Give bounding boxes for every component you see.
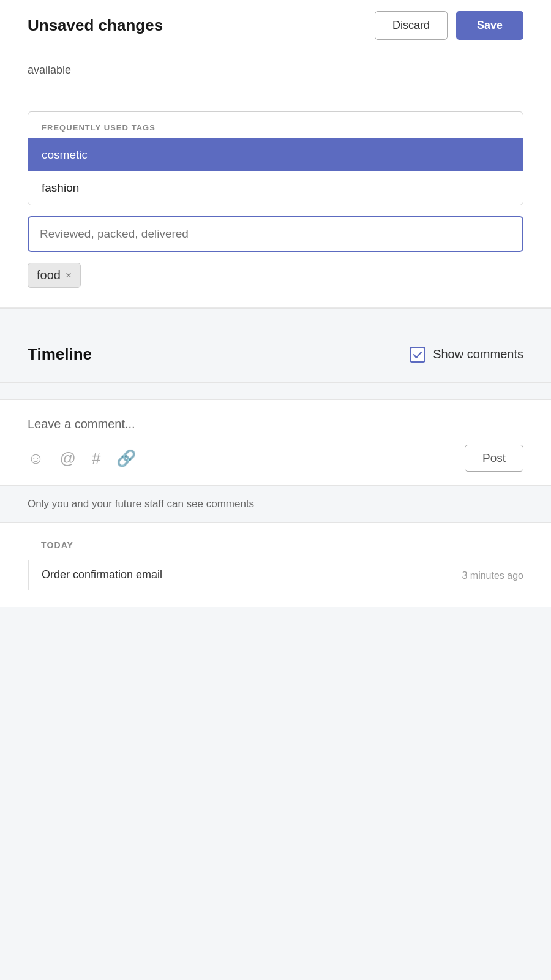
comment-input[interactable]: Leave a comment... <box>28 417 523 431</box>
top-bar: Unsaved changes Discard Save <box>0 0 551 51</box>
emoji-icon[interactable]: ☺ <box>28 449 44 468</box>
tag-option-cosmetic[interactable]: cosmetic <box>28 138 523 172</box>
show-comments-label: Show comments <box>433 347 523 361</box>
tags-section: FREQUENTLY USED TAGS cosmetic fashion fo… <box>0 94 551 308</box>
post-button[interactable]: Post <box>465 445 523 472</box>
section-divider <box>0 308 551 325</box>
timeline-content: Order confirmation email 3 minutes ago <box>29 560 523 590</box>
tag-input-wrapper[interactable] <box>28 216 523 252</box>
save-button[interactable]: Save <box>456 11 523 40</box>
mention-icon[interactable]: @ <box>60 449 76 468</box>
show-comments-checkbox[interactable] <box>410 347 425 363</box>
staff-notice-text: Only you and your future staff can see c… <box>28 498 254 510</box>
staff-notice: Only you and your future staff can see c… <box>0 486 551 523</box>
comment-icons: ☺ @ # 🔗 <box>28 449 136 468</box>
timeline-header: Timeline Show comments <box>28 345 523 364</box>
timeline-title: Timeline <box>28 345 92 364</box>
dropdown-header: FREQUENTLY USED TAGS <box>28 112 523 138</box>
table-row: Order confirmation email 3 minutes ago <box>42 560 523 590</box>
hashtag-icon[interactable]: # <box>92 449 100 468</box>
comment-section: Leave a comment... ☺ @ # 🔗 Post <box>0 400 551 486</box>
discard-button[interactable]: Discard <box>375 11 448 40</box>
comment-toolbar: ☺ @ # 🔗 Post <box>28 445 523 472</box>
entry-time: 3 minutes ago <box>462 570 523 581</box>
tag-input[interactable] <box>40 227 511 241</box>
tag-chip-label: food <box>37 268 61 282</box>
timeline-entries: TODAY Order confirmation email 3 minutes… <box>0 523 551 607</box>
page-title: Unsaved changes <box>28 16 163 35</box>
top-bar-actions: Discard Save <box>375 11 523 40</box>
entry-label: Order confirmation email <box>42 568 162 581</box>
link-icon[interactable]: 🔗 <box>116 449 136 468</box>
tag-option-fashion[interactable]: fashion <box>28 172 523 205</box>
available-label: available <box>28 64 71 76</box>
available-section: available <box>0 51 551 94</box>
tags-dropdown: FREQUENTLY USED TAGS cosmetic fashion <box>28 111 523 205</box>
tag-chip-food: food × <box>28 263 81 288</box>
timeline-line-container: Order confirmation email 3 minutes ago <box>28 560 523 590</box>
tag-chip-remove[interactable]: × <box>66 270 72 281</box>
timeline-section: Timeline Show comments <box>0 325 551 383</box>
show-comments-control[interactable]: Show comments <box>410 347 523 363</box>
timeline-date-label: TODAY <box>41 540 523 550</box>
tag-chips: food × <box>28 263 523 288</box>
section-divider-2 <box>0 383 551 400</box>
